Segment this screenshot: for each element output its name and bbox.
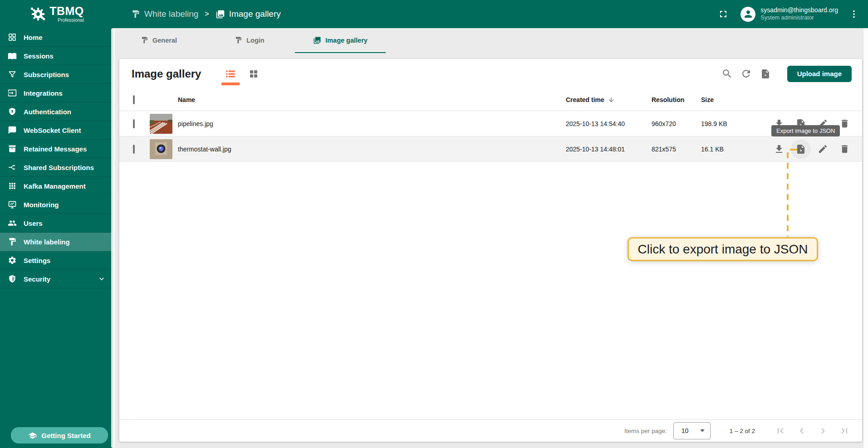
sidebar-item-label: Retained Messages	[24, 145, 87, 153]
sidebar-item-sessions[interactable]: Sessions	[0, 47, 113, 65]
sidebar-item-users[interactable]: Users	[0, 214, 113, 233]
sidebar-item-security[interactable]: Security	[0, 270, 113, 288]
view-mode-toggles	[225, 68, 260, 80]
tab-label: Image gallery	[325, 37, 368, 44]
download-image-icon[interactable]	[774, 144, 785, 155]
user-info[interactable]: sysadmin@thingsboard.org System administ…	[760, 6, 838, 21]
sidebar-item-settings[interactable]: Settings	[0, 251, 113, 270]
image-resolution: 821x575	[652, 146, 701, 153]
page-size-value: 10	[682, 427, 689, 434]
paint-roller-icon	[141, 36, 148, 44]
sidebar-item-kafka-management[interactable]: Kafka Management	[0, 177, 113, 195]
sidebar-item-label: White labeling	[24, 238, 70, 246]
select-all-checkbox[interactable]	[133, 95, 135, 104]
image-created-time: 2025-10-13 14:48:01	[566, 146, 652, 153]
items-per-page-label: Items per page:	[624, 428, 667, 434]
column-header-label: Created time	[566, 96, 604, 103]
dropdown-caret-icon	[700, 429, 705, 432]
paint-roller-icon	[7, 237, 17, 246]
table-header-row: Name Created time Resolution Size	[119, 88, 862, 111]
input-icon	[7, 88, 17, 97]
breadcrumb: White labeling > Image gallery	[131, 9, 281, 19]
breadcrumb-white-labeling[interactable]: White labeling	[131, 9, 198, 19]
sidebar-item-home[interactable]: Home	[0, 28, 113, 47]
list-view-icon[interactable]	[225, 68, 236, 80]
user-role: System administrator	[760, 15, 838, 22]
image-size: 198.9 KB	[701, 120, 771, 127]
top-bar-right: sysadmin@thingsboard.org System administ…	[717, 6, 868, 21]
tbmq-logo[interactable]: TBMQ Professional	[0, 5, 113, 23]
sidebar-scrollbar[interactable]	[111, 28, 115, 448]
avatar[interactable]	[740, 7, 755, 22]
tab-image-gallery[interactable]: Image gallery	[295, 28, 386, 53]
tab-bar: General Login Image gallery	[113, 28, 386, 53]
home-icon	[7, 33, 17, 42]
user-email: sysadmin@thingsboard.org	[760, 6, 838, 15]
export-tooltip: Export image to JSON	[771, 125, 840, 136]
last-page-icon[interactable]	[839, 425, 850, 436]
tab-login[interactable]: Login	[204, 28, 295, 53]
card-header: Image gallery	[119, 59, 862, 88]
paginator: Items per page: 10 1 – 2 of 2	[119, 419, 862, 442]
edit-image-icon[interactable]	[817, 144, 828, 155]
sidebar-item-websocket-client[interactable]: WebSocket Client	[0, 121, 113, 140]
table-empty-area	[119, 162, 862, 419]
image-name: thermostat-wall.jpg	[178, 146, 566, 153]
previous-page-icon[interactable]	[796, 425, 807, 436]
breadcrumb-image-gallery[interactable]: Image gallery	[216, 9, 281, 19]
shield-lock-icon	[7, 107, 17, 116]
next-page-icon[interactable]	[818, 425, 829, 436]
main-scrollbar[interactable]	[863, 28, 868, 448]
search-icon[interactable]	[721, 68, 734, 80]
upload-image-button[interactable]: Upload image	[787, 66, 852, 82]
getting-started-button[interactable]: Getting Started	[11, 427, 108, 443]
image-created-time: 2025-10-13 14:54:40	[566, 120, 652, 127]
column-header-resolution: Resolution	[652, 96, 701, 103]
table-row[interactable]: pipelines.jpg 2025-10-13 14:54:40 960x72…	[119, 111, 862, 136]
grid-view-icon[interactable]	[248, 68, 260, 80]
page-size-select[interactable]: 10	[673, 422, 711, 439]
column-header-created-time[interactable]: Created time	[566, 96, 652, 103]
brand-name: TBMQ	[49, 5, 84, 17]
paint-roller-icon	[131, 10, 140, 19]
getting-started-label: Getting Started	[41, 432, 90, 439]
filter-icon	[7, 70, 17, 79]
table-row[interactable]: thermostat-wall.jpg 2025-10-13 14:48:01 …	[119, 136, 862, 162]
school-cap-icon	[28, 431, 37, 440]
callout-connector-horizontal	[790, 149, 797, 151]
image-gallery-icon	[313, 36, 321, 44]
chevron-down-icon	[97, 274, 106, 283]
sidebar-item-white-labeling[interactable]: White labeling	[0, 233, 113, 251]
row-checkbox[interactable]	[133, 119, 135, 128]
sidebar-item-monitoring[interactable]: Monitoring	[0, 195, 113, 214]
sidebar-item-shared-subscriptions[interactable]: Shared Subscriptions	[0, 158, 113, 177]
monitor-icon	[7, 200, 17, 209]
app-root: TBMQ Professional White labeling > Image…	[0, 0, 868, 448]
sidebar-item-label: Authentication	[24, 108, 71, 116]
sidebar-item-authentication[interactable]: Authentication	[0, 102, 113, 121]
thermostat-thumbnail	[150, 139, 172, 159]
shield-icon	[7, 274, 17, 283]
row-checkbox[interactable]	[133, 145, 135, 154]
more-vert-icon[interactable]	[848, 8, 860, 20]
fullscreen-icon[interactable]	[717, 8, 730, 20]
sidebar-item-retained-messages[interactable]: Retained Messages	[0, 140, 113, 158]
column-header-name[interactable]: Name	[178, 96, 566, 103]
sidebar-item-label: Security	[24, 275, 50, 283]
import-image-icon[interactable]	[759, 68, 772, 80]
refresh-icon[interactable]	[740, 68, 753, 80]
breadcrumb-separator: >	[205, 10, 209, 18]
sidebar-item-label: Kafka Management	[24, 182, 86, 190]
delete-image-icon[interactable]	[839, 144, 850, 155]
delete-image-icon[interactable]	[839, 118, 850, 129]
sidebar-item-label: Settings	[24, 257, 50, 264]
first-page-icon[interactable]	[775, 425, 786, 436]
sidebar: Home Sessions Subscriptions Integrations…	[0, 28, 113, 448]
archive-icon	[7, 144, 17, 153]
export-callout: Click to export image to JSON	[628, 237, 818, 261]
sidebar-item-label: Users	[24, 219, 43, 227]
top-bar: TBMQ Professional White labeling > Image…	[0, 0, 868, 28]
sidebar-item-subscriptions[interactable]: Subscriptions	[0, 65, 113, 84]
sidebar-item-integrations[interactable]: Integrations	[0, 84, 113, 102]
tab-general[interactable]: General	[113, 28, 204, 53]
